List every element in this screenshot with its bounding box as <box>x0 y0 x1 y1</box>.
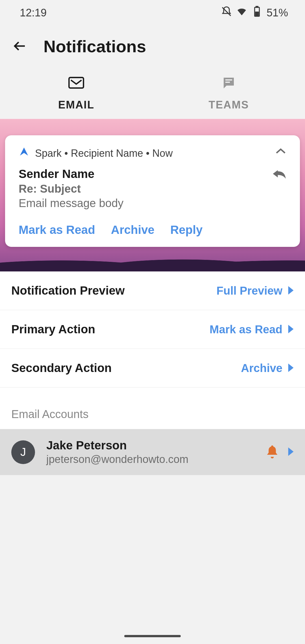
battery-icon <box>251 6 263 20</box>
chevron-right-icon <box>288 323 294 336</box>
page-header: Notifications <box>0 25 305 68</box>
svg-rect-3 <box>255 12 259 16</box>
chat-icon <box>221 76 237 92</box>
setting-primary-action[interactable]: Primary Action Mark as Read <box>0 310 305 349</box>
setting-label: Secondary Action <box>11 361 112 375</box>
notification-body: Email message body <box>19 197 272 210</box>
tab-teams-label: TEAMS <box>209 99 249 111</box>
page-title: Notifications <box>43 37 146 56</box>
svg-rect-2 <box>256 6 258 7</box>
setting-label: Notification Preview <box>11 284 125 297</box>
reply-arrow-icon[interactable] <box>272 167 286 180</box>
chevron-right-icon <box>288 284 294 297</box>
setting-value: Archive <box>241 362 282 375</box>
svg-marker-10 <box>288 364 294 372</box>
gesture-bar <box>124 635 181 637</box>
tab-email[interactable]: EMAIL <box>0 68 152 119</box>
dnd-off-icon <box>221 6 232 20</box>
notif-action-mark-read[interactable]: Mark as Read <box>19 223 95 237</box>
notification-preview-panel: Spark • Recipient Name • Now Sender Name… <box>0 119 305 271</box>
svg-rect-5 <box>69 77 83 88</box>
envelope-icon <box>68 76 84 92</box>
avatar: J <box>11 440 35 464</box>
svg-rect-7 <box>225 82 230 83</box>
notification-subject: Re: Subject <box>19 182 272 195</box>
account-email: jpeterson@wonderhowto.com <box>46 453 255 465</box>
settings-list: Notification Preview Full Preview Primar… <box>0 271 305 429</box>
setting-value: Full Preview <box>217 284 282 297</box>
collapse-chevron-icon[interactable] <box>275 148 286 156</box>
tab-email-label: EMAIL <box>58 99 94 111</box>
spark-app-icon <box>19 147 29 160</box>
bell-icon <box>266 444 278 460</box>
notif-action-reply[interactable]: Reply <box>170 223 202 237</box>
svg-marker-11 <box>288 447 294 456</box>
svg-rect-6 <box>225 79 232 80</box>
email-account-row[interactable]: J Jake Peterson jpeterson@wonderhowto.co… <box>0 429 305 475</box>
notification-card: Spark • Recipient Name • Now Sender Name… <box>5 135 300 247</box>
chevron-right-icon <box>288 362 294 375</box>
battery-percent: 51% <box>267 7 288 19</box>
section-email-accounts: Email Accounts <box>0 388 305 429</box>
setting-notification-preview[interactable]: Notification Preview Full Preview <box>0 271 305 310</box>
notification-meta-text: Spark • Recipient Name • Now <box>35 147 173 159</box>
status-bar: 12:19 51% <box>0 0 305 25</box>
setting-value: Mark as Read <box>210 323 282 336</box>
svg-marker-8 <box>288 286 294 295</box>
clock: 12:19 <box>20 7 47 19</box>
setting-label: Primary Action <box>11 323 95 336</box>
wifi-icon <box>236 6 247 20</box>
setting-secondary-action[interactable]: Secondary Action Archive <box>0 349 305 388</box>
tab-teams[interactable]: TEAMS <box>152 68 305 119</box>
svg-marker-9 <box>288 325 294 333</box>
tabs: EMAIL TEAMS <box>0 68 305 119</box>
back-arrow-icon[interactable] <box>13 39 27 54</box>
notification-sender: Sender Name <box>19 167 272 181</box>
notif-action-archive[interactable]: Archive <box>111 223 154 237</box>
account-name: Jake Peterson <box>46 439 255 452</box>
chevron-right-icon <box>288 447 294 457</box>
